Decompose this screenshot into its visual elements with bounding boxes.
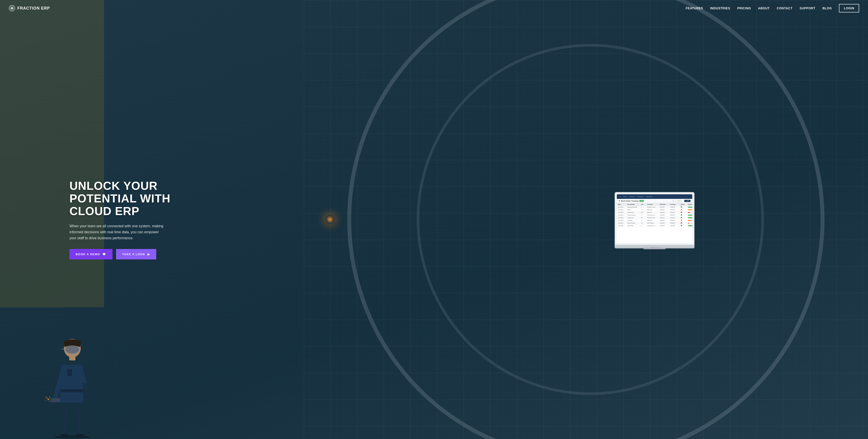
nav-item-features[interactable]: FEATURES <box>686 6 703 10</box>
hero-section: FRACTION ERP FEATURES INDUSTRIES PRICING… <box>0 0 868 439</box>
screen-nav-reporting: Reporting <box>646 196 653 198</box>
nav-item-contact[interactable]: CONTACT <box>777 6 793 10</box>
wo-title-text: Work Order Tracking <box>621 200 639 202</box>
svg-point-19 <box>11 7 13 9</box>
navbar: FRACTION ERP FEATURES INDUSTRIES PRICING… <box>0 0 868 17</box>
progress-bar <box>688 217 692 218</box>
hero-title-line1: UNLOCK YOUR <box>69 179 158 192</box>
table-row: WO-1001 Bearing Assembly 5 Precision Cor… <box>617 206 692 208</box>
worker-figure <box>43 316 101 439</box>
screen-content: ✕ Home Features Production Reporting ✕ W… <box>617 194 692 243</box>
nav-link-features[interactable]: FEATURES <box>686 6 703 10</box>
progress-bar <box>688 207 692 207</box>
screen-nav-features: Features <box>628 196 636 198</box>
nav-link-industries[interactable]: INDUSTRIES <box>710 6 730 10</box>
brand-name: FRACTION ERP <box>17 6 50 11</box>
nav-item-login[interactable]: LOGIN <box>839 4 859 12</box>
wo-title: ✕ Work Order Tracking LIVE <box>619 200 644 202</box>
svg-point-0 <box>55 435 90 438</box>
wo-search-input[interactable]: Search <box>675 200 683 202</box>
col-part-number: Part Number <box>627 204 641 205</box>
col-end-date: End Date <box>670 204 680 205</box>
laptop-screen: ✕ Home Features Production Reporting ✕ W… <box>615 192 694 245</box>
navbar-nav: FEATURES INDUSTRIES PRICING ABOUT CONTAC… <box>686 4 859 12</box>
svg-rect-6 <box>67 369 72 376</box>
progress-bar <box>688 212 692 213</box>
col-start-date: Start Date <box>660 204 670 205</box>
screen-nav-item: ✕ <box>619 195 621 198</box>
screen-nav-production: Production <box>637 196 645 198</box>
take-look-label: TAKE A LOOK <box>122 253 145 256</box>
screen-wo-header: ✕ Work Order Tracking LIVE 🔍 Search + Ad… <box>617 199 692 203</box>
progress-bar <box>688 220 692 221</box>
nav-link-pricing[interactable]: PRICING <box>737 6 751 10</box>
svg-point-14 <box>49 397 50 398</box>
wo-live-badge: LIVE <box>640 200 644 202</box>
table-row: WO-1007 Motor Bracket 15 ElectroDrive 12… <box>617 222 692 224</box>
book-demo-button[interactable]: BOOK A DEMO 💬 <box>69 249 113 259</box>
svg-point-15 <box>45 400 46 401</box>
wo-search-area: 🔍 Search + Add <box>673 200 690 202</box>
wo-x-icon: ✕ <box>619 200 620 202</box>
book-demo-label: BOOK A DEMO <box>76 253 100 256</box>
progress-bar <box>688 223 692 224</box>
nav-link-about[interactable]: ABOUT <box>758 6 770 10</box>
col-progress: Progress <box>688 204 692 205</box>
hero-subtitle: When your team are all connected with on… <box>69 223 165 241</box>
table-row: WO-1006 Coupling 8 Mech Ind. 10/10/23 28… <box>617 219 692 222</box>
hero-title-line3: CLOUD ERP <box>69 205 140 217</box>
nav-link-login[interactable]: LOGIN <box>844 6 854 10</box>
yellow-building-bg <box>0 0 104 308</box>
table-row: WO-1004 Pump Housing 3 Fluid Tech LLC 07… <box>617 214 692 216</box>
screen-table: WO # Part Number Qty Customer Start Date… <box>617 203 692 227</box>
laptop-stand <box>644 248 665 249</box>
nav-link-blog[interactable]: BLOG <box>823 6 832 10</box>
nav-item-pricing[interactable]: PRICING <box>737 6 751 10</box>
hero-title: UNLOCK YOUR POTENTIAL WITH CLOUD ERP <box>69 180 170 218</box>
screen-nav-home: Home <box>622 196 628 198</box>
screen-nav-bar: ✕ Home Features Production Reporting <box>617 194 692 199</box>
nav-item-blog[interactable]: BLOG <box>823 6 832 10</box>
nav-link-contact[interactable]: CONTACT <box>777 6 793 10</box>
nav-item-support[interactable]: SUPPORT <box>800 6 815 10</box>
svg-rect-9 <box>76 434 84 438</box>
laptop-base <box>615 245 694 248</box>
brand-logo-link[interactable]: FRACTION ERP <box>9 5 50 11</box>
table-header-row: WO # Part Number Qty Customer Start Date… <box>617 203 692 206</box>
table-row: WO-1008 Valve Body 6 Fluid Tech LLC 14/1… <box>617 224 692 227</box>
laptop-mockup: ✕ Home Features Production Reporting ✕ W… <box>615 192 694 249</box>
nav-item-industries[interactable]: INDUSTRIES <box>710 6 730 10</box>
wo-add-button[interactable]: + Add <box>684 200 690 202</box>
svg-rect-8 <box>61 434 68 438</box>
table-row: WO-1003 Flange Bolt 200 Steel Co. 05/10/… <box>617 211 692 214</box>
hero-buttons: BOOK A DEMO 💬 TAKE A LOOK ▶ <box>69 249 170 259</box>
col-status: Status <box>681 204 687 205</box>
search-icon: 🔍 <box>673 200 674 202</box>
demo-icon: 💬 <box>102 253 106 256</box>
take-look-button[interactable]: TAKE A LOOK ▶ <box>116 249 156 259</box>
look-icon: ▶ <box>148 253 150 256</box>
col-wo-number: WO # <box>618 204 627 205</box>
nav-item-about[interactable]: ABOUT <box>758 6 770 10</box>
col-customer: Customer <box>647 204 659 205</box>
welding-spark <box>326 215 334 224</box>
fraction-erp-logo-icon <box>9 5 15 11</box>
gear-circle-inner <box>417 44 764 395</box>
table-row: WO-1002 Shaft 12 Mech Ind. 03/10/23 20/1… <box>617 208 692 211</box>
col-qty: Qty <box>641 204 647 205</box>
nav-link-support[interactable]: SUPPORT <box>800 6 815 10</box>
svg-rect-1 <box>61 389 84 392</box>
table-row: WO-1005 Gasket Set 50 Precision Corp. 08… <box>617 216 692 219</box>
progress-bar <box>688 209 692 210</box>
progress-bar <box>688 225 692 226</box>
svg-point-4 <box>65 345 80 354</box>
hero-title-line2: POTENTIAL WITH <box>69 192 170 205</box>
progress-bar <box>688 215 692 215</box>
hero-content: UNLOCK YOUR POTENTIAL WITH CLOUD ERP Whe… <box>69 180 170 259</box>
